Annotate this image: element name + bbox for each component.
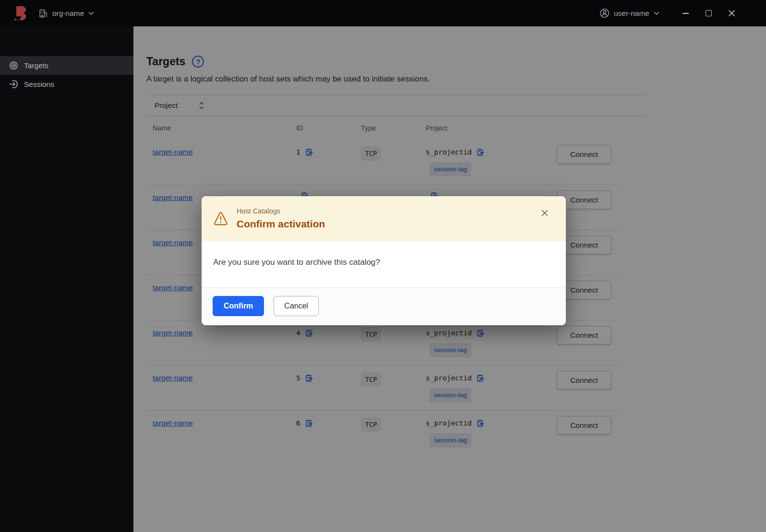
org-building-icon [38,9,48,18]
titlebar: org-name user-name [0,0,766,26]
sessions-icon [9,80,18,89]
confirm-activation-dialog: Host Catalogs Confirm activation Are you… [202,196,566,325]
cancel-button[interactable]: Cancel [274,296,319,316]
sidebar: Targets Sessions [0,26,133,532]
warning-triangle-icon [213,212,228,226]
confirm-button[interactable]: Confirm [213,296,264,316]
app-body: Targets Sessions Targets ? A target is a… [0,26,766,532]
close-icon [541,209,549,217]
user-menu[interactable]: user-name [599,8,659,18]
maximize-icon [706,10,712,16]
sidebar-item-sessions[interactable]: Sessions [0,75,133,94]
dialog-footer: Confirm Cancel [202,287,566,325]
user-name-label: user-name [614,9,649,18]
chevron-down-icon [88,12,94,15]
close-icon [728,10,735,17]
dialog-context-label: Host Catalogs [237,207,325,215]
chevron-down-icon [654,12,659,15]
org-name-label: org-name [52,9,84,18]
titlebar-right: user-name [599,4,766,23]
dialog-message: Are you sure you want to archive this ca… [202,241,566,287]
boundary-logo [13,5,28,22]
target-icon [9,61,18,70]
sidebar-item-label: Targets [24,61,48,70]
window-controls [674,4,743,23]
boundary-logo-icon [13,5,28,22]
window-close-button[interactable] [720,4,743,23]
window-minimize-button[interactable] [674,4,697,23]
sidebar-item-label: Sessions [24,80,54,89]
dialog-header: Host Catalogs Confirm activation [202,196,566,241]
org-switcher[interactable]: org-name [38,9,94,18]
main-area: Targets ? A target is a logical collecti… [133,26,766,532]
sidebar-item-targets[interactable]: Targets [0,56,133,75]
dialog-close-button[interactable] [539,208,550,218]
user-avatar-icon [599,8,610,18]
window-maximize-button[interactable] [697,4,720,23]
dialog-title: Confirm activation [237,218,325,230]
minimize-icon [682,13,689,14]
